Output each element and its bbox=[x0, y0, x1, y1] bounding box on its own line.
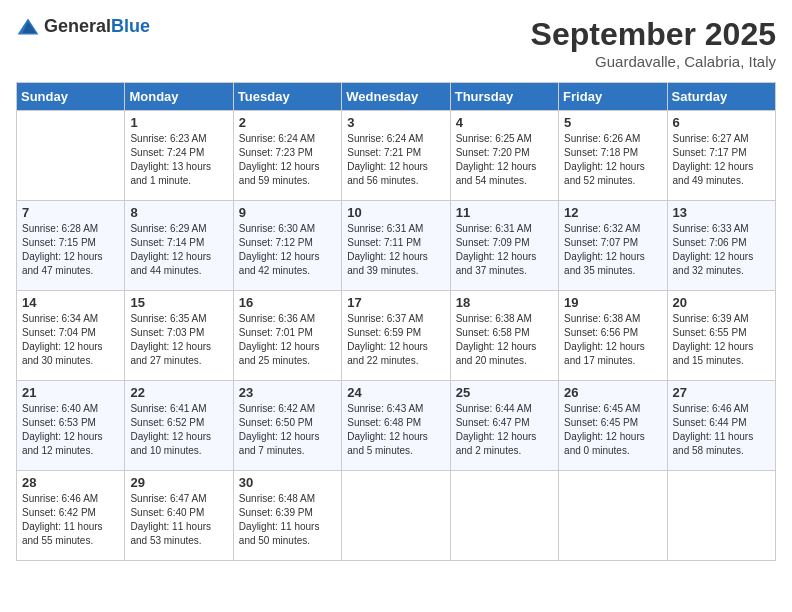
day-number: 15 bbox=[130, 295, 227, 310]
cell-daylight-info: Sunrise: 6:42 AM Sunset: 6:50 PM Dayligh… bbox=[239, 402, 336, 458]
calendar-cell: 12Sunrise: 6:32 AM Sunset: 7:07 PM Dayli… bbox=[559, 201, 667, 291]
calendar-cell: 18Sunrise: 6:38 AM Sunset: 6:58 PM Dayli… bbox=[450, 291, 558, 381]
logo-blue-text: Blue bbox=[111, 16, 150, 36]
calendar-cell: 2Sunrise: 6:24 AM Sunset: 7:23 PM Daylig… bbox=[233, 111, 341, 201]
cell-daylight-info: Sunrise: 6:24 AM Sunset: 7:23 PM Dayligh… bbox=[239, 132, 336, 188]
calendar-week-row: 7Sunrise: 6:28 AM Sunset: 7:15 PM Daylig… bbox=[17, 201, 776, 291]
column-header-tuesday: Tuesday bbox=[233, 83, 341, 111]
cell-daylight-info: Sunrise: 6:34 AM Sunset: 7:04 PM Dayligh… bbox=[22, 312, 119, 368]
calendar-cell: 11Sunrise: 6:31 AM Sunset: 7:09 PM Dayli… bbox=[450, 201, 558, 291]
cell-daylight-info: Sunrise: 6:24 AM Sunset: 7:21 PM Dayligh… bbox=[347, 132, 444, 188]
cell-daylight-info: Sunrise: 6:39 AM Sunset: 6:55 PM Dayligh… bbox=[673, 312, 770, 368]
calendar-cell: 5Sunrise: 6:26 AM Sunset: 7:18 PM Daylig… bbox=[559, 111, 667, 201]
calendar-cell: 3Sunrise: 6:24 AM Sunset: 7:21 PM Daylig… bbox=[342, 111, 450, 201]
day-number: 6 bbox=[673, 115, 770, 130]
column-header-friday: Friday bbox=[559, 83, 667, 111]
cell-daylight-info: Sunrise: 6:41 AM Sunset: 6:52 PM Dayligh… bbox=[130, 402, 227, 458]
day-number: 1 bbox=[130, 115, 227, 130]
calendar-cell: 6Sunrise: 6:27 AM Sunset: 7:17 PM Daylig… bbox=[667, 111, 775, 201]
calendar-cell: 19Sunrise: 6:38 AM Sunset: 6:56 PM Dayli… bbox=[559, 291, 667, 381]
calendar-week-row: 21Sunrise: 6:40 AM Sunset: 6:53 PM Dayli… bbox=[17, 381, 776, 471]
calendar-cell: 13Sunrise: 6:33 AM Sunset: 7:06 PM Dayli… bbox=[667, 201, 775, 291]
column-header-sunday: Sunday bbox=[17, 83, 125, 111]
calendar-cell: 17Sunrise: 6:37 AM Sunset: 6:59 PM Dayli… bbox=[342, 291, 450, 381]
day-number: 7 bbox=[22, 205, 119, 220]
day-number: 11 bbox=[456, 205, 553, 220]
calendar-cell: 28Sunrise: 6:46 AM Sunset: 6:42 PM Dayli… bbox=[17, 471, 125, 561]
cell-daylight-info: Sunrise: 6:43 AM Sunset: 6:48 PM Dayligh… bbox=[347, 402, 444, 458]
day-number: 28 bbox=[22, 475, 119, 490]
day-number: 23 bbox=[239, 385, 336, 400]
day-number: 25 bbox=[456, 385, 553, 400]
calendar-cell: 14Sunrise: 6:34 AM Sunset: 7:04 PM Dayli… bbox=[17, 291, 125, 381]
cell-daylight-info: Sunrise: 6:33 AM Sunset: 7:06 PM Dayligh… bbox=[673, 222, 770, 278]
calendar-cell bbox=[17, 111, 125, 201]
day-number: 26 bbox=[564, 385, 661, 400]
cell-daylight-info: Sunrise: 6:32 AM Sunset: 7:07 PM Dayligh… bbox=[564, 222, 661, 278]
column-header-saturday: Saturday bbox=[667, 83, 775, 111]
calendar-header-row: SundayMondayTuesdayWednesdayThursdayFrid… bbox=[17, 83, 776, 111]
calendar-cell: 23Sunrise: 6:42 AM Sunset: 6:50 PM Dayli… bbox=[233, 381, 341, 471]
day-number: 22 bbox=[130, 385, 227, 400]
day-number: 30 bbox=[239, 475, 336, 490]
column-header-wednesday: Wednesday bbox=[342, 83, 450, 111]
day-number: 20 bbox=[673, 295, 770, 310]
cell-daylight-info: Sunrise: 6:25 AM Sunset: 7:20 PM Dayligh… bbox=[456, 132, 553, 188]
calendar-cell: 7Sunrise: 6:28 AM Sunset: 7:15 PM Daylig… bbox=[17, 201, 125, 291]
cell-daylight-info: Sunrise: 6:35 AM Sunset: 7:03 PM Dayligh… bbox=[130, 312, 227, 368]
calendar-cell bbox=[559, 471, 667, 561]
calendar-cell bbox=[342, 471, 450, 561]
calendar-cell: 21Sunrise: 6:40 AM Sunset: 6:53 PM Dayli… bbox=[17, 381, 125, 471]
day-number: 21 bbox=[22, 385, 119, 400]
cell-daylight-info: Sunrise: 6:38 AM Sunset: 6:58 PM Dayligh… bbox=[456, 312, 553, 368]
logo: GeneralBlue bbox=[16, 16, 150, 37]
day-number: 10 bbox=[347, 205, 444, 220]
calendar-cell bbox=[450, 471, 558, 561]
column-header-thursday: Thursday bbox=[450, 83, 558, 111]
cell-daylight-info: Sunrise: 6:27 AM Sunset: 7:17 PM Dayligh… bbox=[673, 132, 770, 188]
calendar-cell: 8Sunrise: 6:29 AM Sunset: 7:14 PM Daylig… bbox=[125, 201, 233, 291]
calendar-cell: 26Sunrise: 6:45 AM Sunset: 6:45 PM Dayli… bbox=[559, 381, 667, 471]
cell-daylight-info: Sunrise: 6:37 AM Sunset: 6:59 PM Dayligh… bbox=[347, 312, 444, 368]
day-number: 2 bbox=[239, 115, 336, 130]
calendar-week-row: 1Sunrise: 6:23 AM Sunset: 7:24 PM Daylig… bbox=[17, 111, 776, 201]
cell-daylight-info: Sunrise: 6:31 AM Sunset: 7:09 PM Dayligh… bbox=[456, 222, 553, 278]
cell-daylight-info: Sunrise: 6:36 AM Sunset: 7:01 PM Dayligh… bbox=[239, 312, 336, 368]
calendar-cell: 4Sunrise: 6:25 AM Sunset: 7:20 PM Daylig… bbox=[450, 111, 558, 201]
day-number: 27 bbox=[673, 385, 770, 400]
day-number: 13 bbox=[673, 205, 770, 220]
calendar-cell: 15Sunrise: 6:35 AM Sunset: 7:03 PM Dayli… bbox=[125, 291, 233, 381]
day-number: 5 bbox=[564, 115, 661, 130]
calendar-cell: 16Sunrise: 6:36 AM Sunset: 7:01 PM Dayli… bbox=[233, 291, 341, 381]
day-number: 12 bbox=[564, 205, 661, 220]
day-number: 24 bbox=[347, 385, 444, 400]
cell-daylight-info: Sunrise: 6:26 AM Sunset: 7:18 PM Dayligh… bbox=[564, 132, 661, 188]
day-number: 17 bbox=[347, 295, 444, 310]
cell-daylight-info: Sunrise: 6:38 AM Sunset: 6:56 PM Dayligh… bbox=[564, 312, 661, 368]
day-number: 19 bbox=[564, 295, 661, 310]
cell-daylight-info: Sunrise: 6:47 AM Sunset: 6:40 PM Dayligh… bbox=[130, 492, 227, 548]
cell-daylight-info: Sunrise: 6:46 AM Sunset: 6:42 PM Dayligh… bbox=[22, 492, 119, 548]
calendar-cell: 1Sunrise: 6:23 AM Sunset: 7:24 PM Daylig… bbox=[125, 111, 233, 201]
calendar-cell: 27Sunrise: 6:46 AM Sunset: 6:44 PM Dayli… bbox=[667, 381, 775, 471]
cell-daylight-info: Sunrise: 6:48 AM Sunset: 6:39 PM Dayligh… bbox=[239, 492, 336, 548]
calendar-cell: 9Sunrise: 6:30 AM Sunset: 7:12 PM Daylig… bbox=[233, 201, 341, 291]
day-number: 29 bbox=[130, 475, 227, 490]
cell-daylight-info: Sunrise: 6:40 AM Sunset: 6:53 PM Dayligh… bbox=[22, 402, 119, 458]
calendar-cell: 29Sunrise: 6:47 AM Sunset: 6:40 PM Dayli… bbox=[125, 471, 233, 561]
calendar-cell: 10Sunrise: 6:31 AM Sunset: 7:11 PM Dayli… bbox=[342, 201, 450, 291]
calendar-cell: 30Sunrise: 6:48 AM Sunset: 6:39 PM Dayli… bbox=[233, 471, 341, 561]
day-number: 4 bbox=[456, 115, 553, 130]
day-number: 18 bbox=[456, 295, 553, 310]
day-number: 8 bbox=[130, 205, 227, 220]
day-number: 3 bbox=[347, 115, 444, 130]
day-number: 14 bbox=[22, 295, 119, 310]
cell-daylight-info: Sunrise: 6:30 AM Sunset: 7:12 PM Dayligh… bbox=[239, 222, 336, 278]
calendar-cell: 25Sunrise: 6:44 AM Sunset: 6:47 PM Dayli… bbox=[450, 381, 558, 471]
calendar-table: SundayMondayTuesdayWednesdayThursdayFrid… bbox=[16, 82, 776, 561]
title-block: September 2025 Guardavalle, Calabria, It… bbox=[531, 16, 776, 70]
calendar-week-row: 14Sunrise: 6:34 AM Sunset: 7:04 PM Dayli… bbox=[17, 291, 776, 381]
cell-daylight-info: Sunrise: 6:44 AM Sunset: 6:47 PM Dayligh… bbox=[456, 402, 553, 458]
logo-general-text: General bbox=[44, 16, 111, 36]
location-subtitle: Guardavalle, Calabria, Italy bbox=[531, 53, 776, 70]
